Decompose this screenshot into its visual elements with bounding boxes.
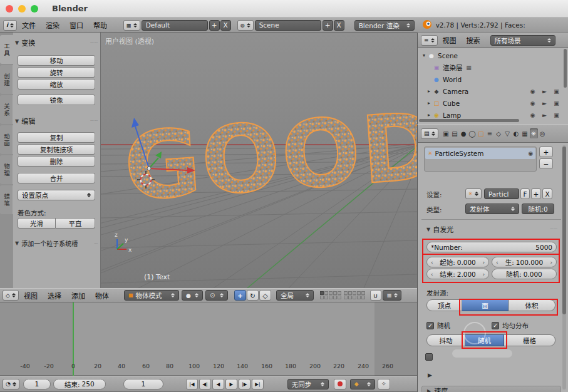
duplicate-linked-button[interactable]: 复制链接项 <box>18 144 95 155</box>
lifetime-field[interactable]: ‹生:100.000› <box>492 257 557 267</box>
selectability-pointer-icon[interactable]: ► <box>540 112 549 118</box>
tab-object[interactable]: □ <box>477 128 485 138</box>
tab-constraints[interactable]: ≡ <box>486 128 494 138</box>
join-button[interactable]: 合并 <box>18 173 95 183</box>
shelf-tab-animation[interactable]: 动画 <box>0 125 13 154</box>
outliner-v-scrollbar[interactable] <box>564 49 567 88</box>
start-frame-field[interactable]: 1 <box>23 379 51 389</box>
menu-outliner-view[interactable]: 视图 <box>438 35 462 45</box>
even-distribution-checkbox[interactable]: ✓均匀分布 <box>492 321 529 330</box>
fake-user-button[interactable]: F <box>520 188 530 199</box>
snap-mode-dropdown[interactable]: ▦ <box>383 290 401 301</box>
editor-type-button-properties[interactable]: ▤ <box>421 128 438 139</box>
tab-render[interactable]: ▣ <box>442 128 450 138</box>
timeline[interactable]: -40 -20 0 20 40 60 80 100 120 140 160 18… <box>0 302 417 376</box>
shade-smooth-button[interactable]: 光滑 <box>18 218 56 229</box>
properties-v-scrollbar-thumb[interactable] <box>562 147 566 314</box>
menu-help[interactable]: 帮助 <box>88 20 112 30</box>
editor-type-button[interactable]: i <box>3 20 17 31</box>
insert-key-button[interactable]: ✧ <box>378 379 390 389</box>
outliner-row-camera[interactable]: ▸ ◆ Camera ◉ ► ▣ <box>428 85 568 97</box>
keying-set-dropdown[interactable]: ◆ <box>350 379 375 389</box>
tab-render-layers[interactable]: ▤ <box>451 128 459 138</box>
tab-world[interactable]: ◯ <box>468 128 477 138</box>
particle-render-toggle-icon[interactable]: ◉ <box>528 150 533 157</box>
move-button[interactable]: 移动 <box>18 55 95 66</box>
tab-material[interactable]: ◐ <box>512 128 520 138</box>
delete-button[interactable]: 删除 <box>18 156 95 167</box>
scale-button[interactable]: 缩放 <box>18 79 95 90</box>
scene-name-field[interactable]: Scene <box>255 20 321 31</box>
panel-header-velocity[interactable]: ▶ 速度 <box>421 386 561 392</box>
menu-add[interactable]: 添加 <box>66 291 90 301</box>
duplicate-button[interactable]: 复制 <box>18 132 95 143</box>
tab-modifiers[interactable]: ◇ <box>495 128 503 138</box>
particle-slot-add-button[interactable]: + <box>539 147 553 157</box>
menu-select[interactable]: 选择 <box>43 291 66 301</box>
frame-start-field[interactable]: ‹起始:0.000› <box>426 257 489 267</box>
shading-dropdown[interactable]: ● <box>182 290 203 301</box>
renderability-camera-icon[interactable]: ▣ <box>552 100 561 106</box>
dist-grid-button[interactable]: 栅格 <box>504 334 555 346</box>
text-object-good[interactable]: GOOD <box>121 92 417 222</box>
next-keyframe-button[interactable]: |▶ <box>239 379 250 389</box>
editor-type-button-outliner[interactable]: ≡ <box>421 35 438 46</box>
zoom-button[interactable] <box>31 5 38 13</box>
panel-header-transform[interactable]: ▼变换┈┈ <box>15 38 98 48</box>
shelf-tab-physics[interactable]: 物理 <box>0 155 13 184</box>
orientation-dropdown[interactable]: 全局 <box>276 290 314 301</box>
disclosure-icon[interactable]: ▸ <box>428 112 430 118</box>
prev-keyframe-button[interactable]: ◀| <box>199 379 211 389</box>
collapsed-panel-arrow-icon[interactable]: ▶ <box>428 372 432 378</box>
visibility-eye-icon[interactable]: ◉ <box>528 88 537 95</box>
menu-render[interactable]: 渲染 <box>41 20 65 30</box>
selectability-pointer-icon[interactable]: ► <box>540 100 549 106</box>
particle-name-field[interactable]: Particl <box>484 188 519 199</box>
pivot-dropdown[interactable]: ⊙ <box>205 290 228 301</box>
shelf-tab-tools[interactable]: 工具 <box>0 35 13 64</box>
renderability-camera-icon[interactable]: ▣ <box>552 88 561 95</box>
screen-add-button[interactable]: + <box>209 20 220 31</box>
particle-slot-remove-button[interactable]: − <box>539 158 553 169</box>
close-button[interactable] <box>6 5 13 13</box>
rotate-button[interactable]: 旋转 <box>18 67 95 78</box>
manipulator-rotate-button[interactable]: ↻ <box>247 290 259 301</box>
lifetime-random-field[interactable]: 随机:0.000 <box>492 269 557 279</box>
jump-end-button[interactable]: ▶| <box>252 379 264 389</box>
particle-system-item[interactable]: ✳ ParticleSystem ◉ <box>425 148 535 159</box>
screen-browse-button[interactable]: ▦ <box>123 20 140 31</box>
render-engine-dropdown[interactable]: Blender 渲染 <box>354 20 415 31</box>
minimize-button[interactable] <box>18 5 26 13</box>
menu-object[interactable]: 物体 <box>90 291 114 301</box>
menu-file[interactable]: 文件 <box>17 20 41 30</box>
disclosure-icon[interactable]: ▾ <box>423 53 425 58</box>
outliner-row-scene[interactable]: ▾ ● Scene <box>423 49 564 61</box>
tab-texture[interactable]: ▦ <box>521 128 529 138</box>
mode-dropdown[interactable]: ■物体模式 <box>124 290 179 301</box>
manipulator-translate-button[interactable]: + <box>234 290 246 301</box>
shelf-tab-relations[interactable]: 关系 <box>0 95 13 124</box>
layers-widget[interactable] <box>320 291 365 299</box>
dist-jittered-button[interactable]: 抖动 <box>426 334 465 346</box>
screen-delete-button[interactable]: X <box>220 20 231 31</box>
disclosure-icon[interactable]: ▸ <box>428 100 430 106</box>
mirror-button[interactable]: 镜像 <box>18 95 95 105</box>
viewport[interactable]: GOOD x <box>101 33 417 288</box>
emit-faces-button[interactable]: 面 <box>462 299 509 311</box>
menu-window[interactable]: 窗口 <box>65 20 88 30</box>
set-origin-menu[interactable]: 设置原点 <box>18 190 95 200</box>
manipulator-scale-button[interactable]: ◇ <box>259 290 271 301</box>
record-button[interactable] <box>334 379 346 389</box>
shelf-tab-create[interactable]: 创建 <box>0 65 13 94</box>
renderlayer-toggle-icon[interactable]: ▦ <box>465 64 473 71</box>
emit-verts-button[interactable]: 顶点 <box>426 299 462 311</box>
menu-view[interactable]: 视图 <box>19 291 43 301</box>
shade-flat-button[interactable]: 平直 <box>56 218 95 229</box>
disclosure-icon[interactable]: ▸ <box>428 88 430 94</box>
shelf-tab-grease[interactable]: 蜡笔 <box>0 185 13 214</box>
unchecked-checkbox[interactable]: x <box>425 353 433 361</box>
outliner-h-scrollbar[interactable] <box>419 119 519 122</box>
particle-browse-button[interactable]: ✳ <box>465 188 482 199</box>
tab-physics[interactable]: ◎ <box>539 128 547 138</box>
tab-data[interactable]: ▽ <box>503 128 512 138</box>
